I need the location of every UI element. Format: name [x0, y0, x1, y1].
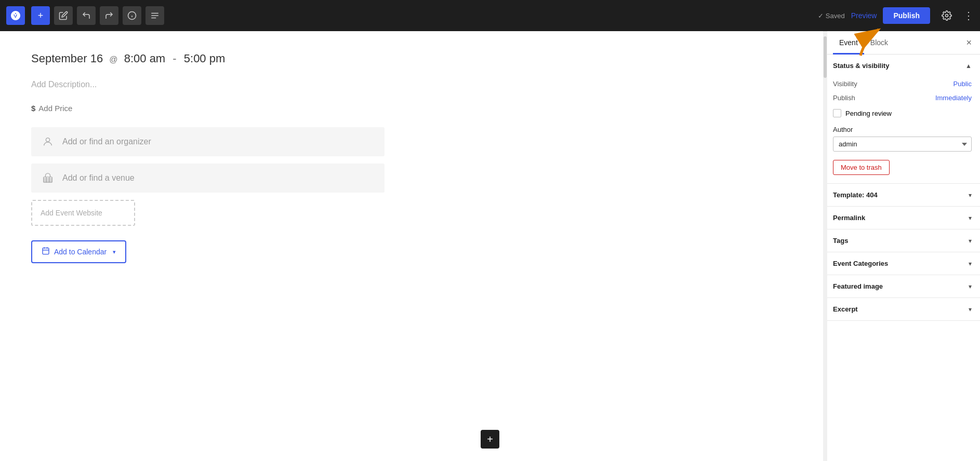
scrollbar-track[interactable]	[823, 31, 827, 461]
add-event-website[interactable]: Add Event Website	[31, 200, 135, 226]
template-header[interactable]: Template: 404 ▾	[825, 184, 980, 206]
add-description[interactable]: Add Description...	[31, 80, 793, 89]
redo-button[interactable]	[100, 6, 118, 25]
status-visibility-header[interactable]: Status & visibility ▲	[825, 55, 980, 77]
permalink-section: Permalink ▾	[825, 207, 980, 229]
excerpt-title: Excerpt	[833, 305, 858, 313]
calendar-icon	[42, 247, 50, 257]
tags-header[interactable]: Tags ▾	[825, 229, 980, 252]
publish-button[interactable]: Publish	[883, 7, 930, 24]
event-categories-title: Event Categories	[833, 260, 888, 267]
template-title: Template: 404	[833, 191, 878, 199]
add-to-calendar-label: Add to Calendar	[54, 248, 107, 256]
svg-rect-13	[43, 248, 49, 254]
close-sidebar-button[interactable]: ×	[966, 37, 972, 48]
toolbar: + ✓ Saved Preview Publish ⋮	[0, 0, 980, 31]
add-organizer[interactable]: Add or find an organizer	[31, 127, 385, 156]
template-chevron: ▾	[969, 192, 972, 199]
permalink-header[interactable]: Permalink ▾	[825, 207, 980, 229]
undo-button[interactable]	[77, 6, 96, 25]
info-button[interactable]	[123, 6, 141, 25]
publish-value[interactable]: Immediately	[935, 94, 972, 102]
publish-label: Publish	[833, 94, 855, 102]
pending-review-row: Pending review	[833, 105, 972, 121]
add-price-label: Add Price	[38, 104, 72, 113]
featured-image-chevron: ▾	[969, 283, 972, 290]
venue-icon	[41, 171, 55, 185]
add-venue-label: Add or find a venue	[62, 173, 135, 183]
status-visibility-title: Status & visibility	[833, 62, 889, 70]
organizer-icon	[41, 134, 55, 149]
saved-text: Saved	[826, 12, 845, 20]
status-visibility-chevron: ▲	[965, 62, 972, 70]
excerpt-header[interactable]: Excerpt ▾	[825, 298, 980, 320]
add-to-calendar-button[interactable]: Add to Calendar ▾	[31, 240, 126, 263]
settings-button[interactable]	[936, 5, 957, 26]
featured-image-header[interactable]: Featured image ▾	[825, 275, 980, 297]
main-layout: September 16 @ 8:00 am - 5:00 pm Add Des…	[0, 31, 980, 461]
tags-chevron: ▾	[969, 237, 972, 245]
list-view-button[interactable]	[145, 6, 164, 25]
publish-row: Publish Immediately	[833, 91, 972, 105]
wp-logo	[6, 6, 25, 25]
more-options-button[interactable]: ⋮	[963, 9, 974, 22]
pending-review-checkbox[interactable]	[833, 109, 841, 117]
featured-image-title: Featured image	[833, 282, 883, 290]
preview-button[interactable]: Preview	[851, 11, 877, 20]
right-sidebar: Event Block × Status & visibility ▲ Visi…	[824, 31, 980, 461]
event-categories-section: Event Categories ▾	[825, 252, 980, 275]
event-dash: -	[173, 52, 176, 65]
saved-status: ✓ Saved	[818, 12, 845, 20]
event-date: September 16	[31, 52, 103, 65]
event-end-time: 5:00 pm	[184, 52, 226, 65]
event-at: @	[109, 55, 117, 64]
check-icon: ✓	[818, 12, 824, 20]
excerpt-chevron: ▾	[969, 306, 972, 313]
add-organizer-label: Add or find an organizer	[62, 137, 151, 146]
status-visibility-content: Visibility Public Publish Immediately Pe…	[825, 77, 980, 183]
event-datetime: September 16 @ 8:00 am - 5:00 pm	[31, 52, 793, 65]
featured-image-section: Featured image ▾	[825, 275, 980, 298]
permalink-chevron: ▾	[969, 214, 972, 222]
tags-section: Tags ▾	[825, 229, 980, 252]
scrollbar-thumb[interactable]	[824, 36, 827, 78]
chevron-down-icon: ▾	[113, 249, 116, 255]
dollar-sign: $	[31, 104, 35, 113]
edit-button[interactable]	[54, 6, 73, 25]
event-start-time: 8:00 am	[124, 52, 166, 65]
move-to-trash-button[interactable]: Move to trash	[833, 160, 890, 175]
add-price[interactable]: $ Add Price	[31, 104, 793, 113]
author-row: Author admin	[833, 121, 972, 158]
add-website-label: Add Event Website	[41, 209, 102, 217]
permalink-title: Permalink	[833, 214, 865, 222]
event-categories-chevron: ▾	[969, 260, 972, 267]
event-categories-header[interactable]: Event Categories ▾	[825, 252, 980, 275]
add-venue[interactable]: Add or find a venue	[31, 164, 385, 193]
sidebar-tabs: Event Block ×	[825, 31, 980, 55]
tags-title: Tags	[833, 237, 848, 245]
svg-rect-8	[44, 177, 52, 182]
tab-event[interactable]: Event	[833, 31, 864, 55]
svg-point-6	[946, 15, 948, 17]
svg-point-7	[46, 138, 49, 142]
author-select[interactable]: admin	[833, 137, 972, 152]
visibility-label: Visibility	[833, 80, 857, 88]
visibility-row: Visibility Public	[833, 77, 972, 91]
visibility-value[interactable]: Public	[953, 80, 972, 88]
content-area: September 16 @ 8:00 am - 5:00 pm Add Des…	[0, 31, 824, 461]
pending-review-label: Pending review	[845, 110, 892, 117]
template-section: Template: 404 ▾	[825, 184, 980, 207]
add-block-toolbar-button[interactable]: +	[31, 6, 50, 25]
tab-block[interactable]: Block	[864, 31, 894, 55]
excerpt-section: Excerpt ▾	[825, 298, 980, 321]
author-label: Author	[833, 126, 972, 133]
status-visibility-section: Status & visibility ▲ Visibility Public …	[825, 55, 980, 184]
add-block-bottom-button[interactable]: +	[481, 430, 499, 449]
